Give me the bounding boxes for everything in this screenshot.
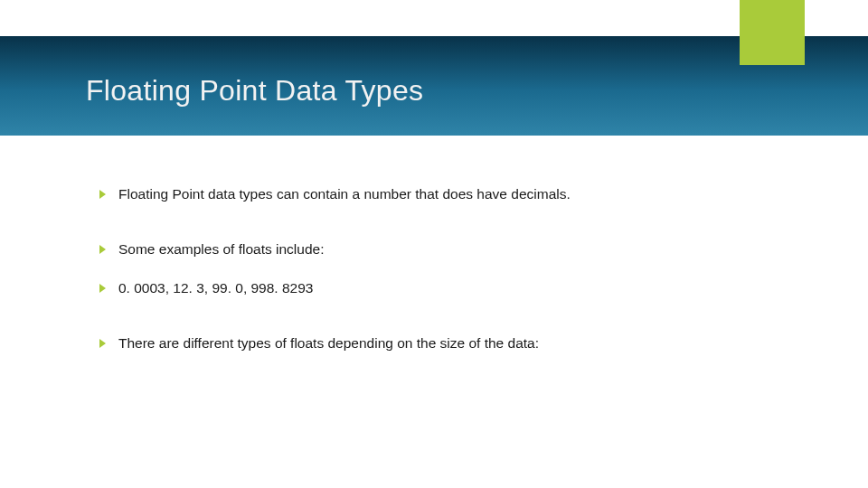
bullet-text: 0. 0003, 12. 3, 99. 0, 998. 8293 xyxy=(118,279,787,298)
list-item: There are different types of floats depe… xyxy=(99,334,787,353)
bullet-text: Some examples of floats include: xyxy=(118,240,787,259)
bullet-icon xyxy=(99,245,106,254)
slide-title: Floating Point Data Types xyxy=(86,74,423,108)
list-item: 0. 0003, 12. 3, 99. 0, 998. 8293 xyxy=(99,279,787,298)
slide: Floating Point Data Types Floating Point… xyxy=(0,0,868,488)
list-item: Floating Point data types can contain a … xyxy=(99,185,787,204)
slide-content: Floating Point data types can contain a … xyxy=(99,185,787,389)
accent-block xyxy=(740,0,805,65)
bullet-text: There are different types of floats depe… xyxy=(118,334,787,353)
bullet-text: Floating Point data types can contain a … xyxy=(118,185,787,204)
bullet-icon xyxy=(99,190,106,199)
list-item: Some examples of floats include: xyxy=(99,240,787,259)
bullet-icon xyxy=(99,339,106,348)
bullet-icon xyxy=(99,284,106,293)
